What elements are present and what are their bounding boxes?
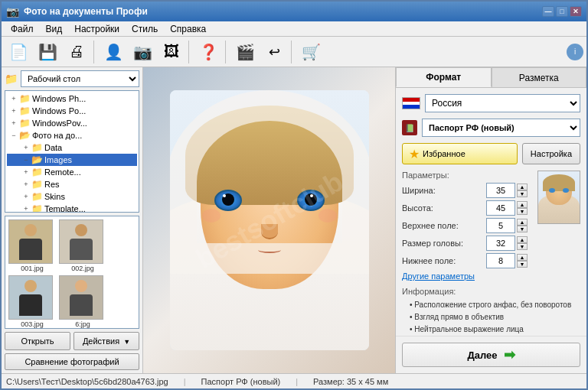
menu-view[interactable]: Вид — [40, 22, 69, 36]
titlebar: 📷 Фото на документы Профи — □ ✕ — [2, 2, 586, 21]
preview-photo — [537, 171, 580, 224]
thumbnail-area: 001.jpg 002.jpg — [5, 216, 139, 329]
menu-style[interactable]: Стиль — [126, 22, 164, 36]
document-select[interactable]: Паспорт РФ (новый) — [422, 119, 580, 137]
spin-up-top-margin[interactable]: ▲ — [517, 219, 528, 226]
toolbar-save-button[interactable]: 💾 — [34, 39, 61, 65]
toolbar-camera-button[interactable]: 📷 — [129, 39, 156, 65]
tree-item[interactable]: + 📁 Res — [7, 178, 137, 190]
other-params-link[interactable]: Другие параметры — [402, 271, 580, 281]
tree-item[interactable]: + 📁 Remote... — [7, 166, 137, 178]
tree-item[interactable]: + 📁 WindowsPov... — [7, 117, 137, 129]
tree-item[interactable]: + 📁 Data — [7, 141, 137, 154]
next-button[interactable]: Далее ➡ — [402, 343, 580, 367]
info-section: Информация: • Расположение строго анфас,… — [402, 287, 580, 336]
tree-expand-icon: + — [10, 119, 18, 127]
toolbar-video-button[interactable]: 🎬 — [231, 39, 259, 65]
tab-markup[interactable]: Разметка — [492, 67, 587, 87]
tree-expand-icon: + — [22, 168, 30, 176]
param-row-head-size: Размер головы: ▲ ▼ — [402, 236, 580, 251]
next-button-row: Далее ➡ — [396, 336, 586, 373]
file-tree[interactable]: + 📁 Windows Ph... + 📁 Windows Po... + 📁 … — [5, 90, 139, 213]
toolbar-image-button[interactable]: 🖼 — [158, 39, 185, 65]
param-input-head-size[interactable] — [486, 236, 515, 251]
actions-button[interactable]: Действия ▼ — [74, 332, 139, 350]
spin-down-top-margin[interactable]: ▼ — [517, 226, 528, 232]
favorites-button[interactable]: ★ Избранное — [402, 143, 518, 164]
thumbnail-image — [59, 219, 103, 264]
tree-item-images[interactable]: − 📂 Images — [7, 154, 137, 166]
thumbnail-label: 6:jpg — [59, 320, 106, 328]
document-row: 📗 Паспорт РФ (новый) — [402, 119, 580, 137]
toolbar-cart-button[interactable]: 🛒 — [297, 39, 325, 65]
next-arrow-icon: ➡ — [504, 346, 515, 363]
param-input-height[interactable] — [486, 200, 515, 216]
menu-file[interactable]: Файл — [5, 22, 40, 36]
tree-expand-icon: − — [22, 156, 30, 164]
spin-up-height[interactable]: ▲ — [517, 201, 528, 208]
tree-expand-icon: + — [10, 107, 18, 115]
tree-expand-icon: + — [22, 193, 30, 200]
folder-dropdown-row: 📁 Рабочий стол — [5, 70, 139, 87]
settings-button[interactable]: Настройка — [522, 143, 580, 164]
thumbnail-item[interactable]: 003.jpg — [8, 275, 56, 328]
toolbar-help-button[interactable]: ❓ — [194, 39, 222, 65]
maximize-button[interactable]: □ — [556, 6, 568, 17]
menubar: Файл Вид Настройки Стиль Справка — [2, 21, 586, 37]
tree-item[interactable]: + 📁 Windows Po... — [7, 105, 137, 117]
tree-expand-icon: + — [22, 205, 30, 213]
spin-down-bottom-margin[interactable]: ▼ — [517, 261, 528, 268]
tree-expand-icon: + — [10, 95, 18, 102]
thumbnail-item[interactable]: 002.jpg — [59, 219, 106, 272]
menu-help[interactable]: Справка — [164, 22, 212, 36]
tree-expand-icon: − — [10, 132, 18, 139]
param-row-height: Высота: ▲ ▼ — [402, 200, 533, 216]
thumbnail-label: 003.jpg — [8, 320, 56, 328]
menu-settings[interactable]: Настройки — [68, 22, 126, 36]
tab-format[interactable]: Формат — [396, 67, 492, 87]
param-label-width: Ширина: — [402, 186, 486, 195]
thumbnail-item[interactable]: 001.jpg — [8, 219, 56, 272]
spin-down-height[interactable]: ▼ — [517, 208, 528, 215]
param-label-bottom-margin: Нижнее поле: — [402, 256, 486, 265]
toolbar-print-button[interactable]: 🖨 — [63, 39, 90, 65]
app-window: 📷 Фото на документы Профи — □ ✕ Файл Вид… — [0, 0, 588, 390]
tree-item[interactable]: + 📁 Skins — [7, 190, 137, 203]
thumbnail-label: 002.jpg — [59, 265, 106, 272]
toolbar-separator-1 — [93, 41, 96, 63]
spin-down-head-size[interactable]: ▼ — [517, 243, 528, 250]
spin-up-head-size[interactable]: ▲ — [517, 236, 528, 243]
param-row-top-margin: Верхнее поле: ▲ ▼ — [402, 218, 533, 233]
toolbar-person-button[interactable]: 👤 — [100, 39, 127, 65]
thumbnail-item[interactable]: 6:jpg — [59, 275, 106, 328]
tree-item[interactable]: + 📁 Windows Ph... — [7, 93, 137, 105]
close-button[interactable]: ✕ — [570, 6, 582, 17]
star-icon: ★ — [409, 147, 420, 161]
folder-select[interactable]: Рабочий стол — [21, 70, 139, 87]
thumbnail-image — [8, 219, 53, 264]
tree-item[interactable]: − 📂 Фото на до... — [7, 129, 137, 141]
minimize-button[interactable]: — — [542, 6, 554, 17]
spin-up-bottom-margin[interactable]: ▲ — [517, 254, 528, 261]
toolbar-separator-2 — [188, 41, 191, 63]
right-panel: Формат Разметка Россия 📗 Пас — [395, 67, 586, 373]
spin-down-width[interactable]: ▼ — [517, 190, 528, 197]
compare-button[interactable]: Сравнение фотографий — [5, 353, 139, 370]
param-spin-width: ▲ ▼ — [517, 184, 528, 197]
tree-item[interactable]: + 📁 Template... — [7, 203, 137, 213]
status-path: C:\Users\Тест\Desktop\5c6bd280a4763.jpg — [6, 377, 168, 386]
action-buttons-row: Открыть Действия ▼ — [5, 332, 139, 350]
country-select[interactable]: Россия — [425, 94, 580, 112]
toolbar-new-button[interactable]: 📄 — [5, 39, 32, 65]
param-spin-head-size: ▲ ▼ — [517, 236, 528, 250]
spin-up-width[interactable]: ▲ — [517, 184, 528, 190]
dropdown-arrow-icon: ▼ — [123, 338, 130, 346]
open-button[interactable]: Открыть — [5, 332, 70, 350]
param-input-top-margin[interactable] — [486, 218, 515, 233]
param-input-width[interactable] — [486, 183, 515, 198]
window-title: Фото на документы Профи — [24, 6, 542, 17]
toolbar-undo-button[interactable]: ↩ — [260, 39, 288, 65]
toolbar-extra-button[interactable]: i — [567, 44, 583, 60]
status-separator-2: | — [296, 377, 298, 386]
param-input-bottom-margin[interactable] — [486, 253, 515, 268]
